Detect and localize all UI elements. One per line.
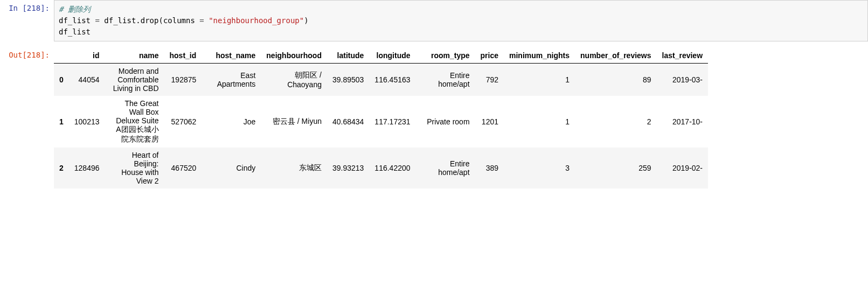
cell-name: Modern and Comfortable Living in CBD: [105, 64, 164, 96]
code-token: =: [199, 16, 204, 25]
code-comment: # 删除列: [59, 5, 91, 13]
col-header-index: [54, 48, 69, 64]
cell-longitude: 116.42200: [369, 148, 415, 188]
cell-room-type: Private room: [416, 96, 475, 148]
cell-latitude: 39.93213: [327, 148, 369, 188]
cell-neighbourhood: 朝阳区 / Chaoyang: [261, 64, 327, 96]
cell-latitude: 39.89503: [327, 64, 369, 96]
cell-host-name: Joe: [202, 96, 261, 148]
cell-minimum-nights: 1: [504, 64, 575, 96]
code-editor[interactable]: # 删除列 df_list = df_list.drop(columns = "…: [54, 0, 868, 41]
output-scroll[interactable]: id name host_id host_name neighbourhood …: [54, 48, 868, 188]
cell-host-id: 527062: [164, 96, 202, 148]
input-prompt: In [218]:: [0, 0, 54, 41]
cell-last-review: 2019-02-: [657, 148, 709, 188]
col-header-host-name: host_name: [202, 48, 261, 64]
table-row: 0 44054 Modern and Comfortable Living in…: [54, 64, 708, 96]
col-header-last-review: last_review: [657, 48, 709, 64]
cell-neighbourhood: 密云县 / Miyun: [261, 96, 327, 148]
col-header-id: id: [69, 48, 105, 64]
col-header-neighbourhood: neighbourhood: [261, 48, 327, 64]
code-token: ): [304, 16, 308, 25]
table-row: 1 100213 The Great Wall Box Deluxe Suite…: [54, 96, 708, 148]
table-header-row: id name host_id host_name neighbourhood …: [54, 48, 708, 64]
cell-price: 792: [475, 64, 504, 96]
cell-price: 1201: [475, 96, 504, 148]
col-header-minimum-nights: minimum_nights: [504, 48, 575, 64]
col-header-longitude: longitude: [369, 48, 415, 64]
cell-last-review: 2017-10-: [657, 96, 709, 148]
output-area: id name host_id host_name neighbourhood …: [54, 47, 868, 188]
code-token: df_list.drop(columns: [100, 16, 199, 25]
dataframe-table: id name host_id host_name neighbourhood …: [54, 48, 708, 188]
cell-name: The Great Wall Box Deluxe Suite A团园长城小院东…: [105, 96, 164, 148]
cell-price: 389: [475, 148, 504, 188]
output-prompt: Out[218]:: [0, 47, 54, 188]
cell-id: 44054: [69, 64, 105, 96]
col-header-host-id: host_id: [164, 48, 202, 64]
cell-id: 100213: [69, 96, 105, 148]
code-token: df_list: [59, 16, 95, 25]
cell-room-type: Entire home/apt: [416, 148, 475, 188]
code-token: =: [95, 16, 99, 25]
cell-number-of-reviews: 259: [575, 148, 657, 188]
cell-latitude: 40.68434: [327, 96, 369, 148]
col-header-latitude: latitude: [327, 48, 369, 64]
table-row: 2 128496 Heart of Beijing: House with Vi…: [54, 148, 708, 188]
output-cell: Out[218]: id name host_id host_name neig…: [0, 47, 868, 188]
cell-host-name: Cindy: [202, 148, 261, 188]
cell-host-id: 192875: [164, 64, 202, 96]
code-token: df_list: [59, 27, 91, 36]
cell-minimum-nights: 1: [504, 96, 575, 148]
cell-minimum-nights: 3: [504, 148, 575, 188]
cell-last-review: 2019-03-: [657, 64, 709, 96]
cell-room-type: Entire home/apt: [416, 64, 475, 96]
input-cell: In [218]: # 删除列 df_list = df_list.drop(c…: [0, 0, 868, 41]
cell-number-of-reviews: 89: [575, 64, 657, 96]
col-header-price: price: [475, 48, 504, 64]
cell-host-name: East Apartments: [202, 64, 261, 96]
col-header-room-type: room_type: [416, 48, 475, 64]
code-string: "neighbourhood_group": [209, 16, 304, 25]
cell-number-of-reviews: 2: [575, 96, 657, 148]
cell-neighbourhood: 东城区: [261, 148, 327, 188]
code-token: [204, 16, 209, 25]
row-index: 1: [54, 96, 69, 148]
cell-host-id: 467520: [164, 148, 202, 188]
row-index: 0: [54, 64, 69, 96]
cell-name: Heart of Beijing: House with View 2: [105, 148, 164, 188]
cell-id: 128496: [69, 148, 105, 188]
cell-longitude: 116.45163: [369, 64, 415, 96]
col-header-number-of-reviews: number_of_reviews: [575, 48, 657, 64]
cell-longitude: 117.17231: [369, 96, 415, 148]
row-index: 2: [54, 148, 69, 188]
col-header-name: name: [105, 48, 164, 64]
